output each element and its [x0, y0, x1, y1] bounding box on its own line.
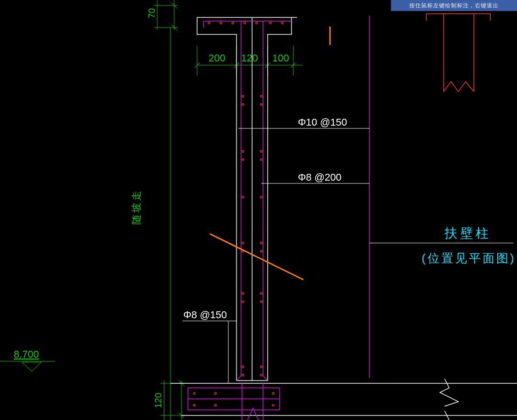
svg-point-57	[242, 301, 244, 303]
orange-marks	[210, 27, 330, 280]
svg-point-40	[281, 22, 283, 24]
svg-point-39	[270, 22, 271, 24]
rebar-phi8-200: Φ8 @200	[298, 171, 341, 183]
dim-bottom-120: 120	[153, 393, 163, 408]
svg-point-44	[260, 104, 262, 105]
svg-point-56	[260, 293, 262, 294]
svg-point-37	[244, 22, 246, 24]
svg-point-50	[260, 196, 262, 198]
svg-point-59	[242, 366, 244, 368]
callout-sub: (位置见平面图)	[422, 251, 516, 265]
svg-point-52	[260, 242, 262, 244]
cad-canvas[interactable]: 70 200 120 100 120 8.700 随坡走 Φ10 @150 Φ8…	[0, 0, 517, 420]
svg-point-66	[214, 404, 216, 406]
callout-title: 扶壁柱	[444, 226, 491, 240]
svg-point-68	[272, 404, 274, 406]
svg-point-43	[242, 104, 244, 105]
svg-point-45	[242, 150, 244, 152]
svg-point-67	[272, 392, 274, 394]
svg-point-48	[260, 159, 262, 160]
svg-point-47	[242, 159, 244, 160]
svg-point-49	[242, 196, 244, 198]
dim-200: 200	[209, 52, 226, 64]
rebar-phi10-150: Φ10 @150	[298, 116, 347, 128]
svg-point-58	[260, 301, 262, 303]
svg-point-38	[256, 22, 258, 24]
svg-point-65	[193, 404, 195, 406]
svg-point-46	[260, 150, 262, 152]
svg-point-35	[220, 22, 222, 24]
vertical-note: 随坡走	[131, 189, 142, 225]
svg-point-63	[193, 392, 195, 394]
svg-point-54	[260, 250, 262, 252]
dim-70: 70	[147, 8, 157, 18]
svg-point-61	[242, 374, 244, 376]
main-outline	[170, 17, 517, 420]
rebar-phi8-150: Φ8 @150	[183, 309, 227, 321]
svg-point-62	[260, 374, 262, 376]
svg-point-41	[242, 95, 244, 97]
dim-100: 100	[272, 52, 289, 64]
svg-point-34	[208, 22, 210, 24]
red-symbol	[426, 14, 490, 92]
svg-point-55	[242, 293, 244, 294]
svg-point-36	[232, 22, 234, 24]
svg-point-51	[242, 242, 244, 244]
svg-point-60	[260, 366, 262, 368]
dim-120: 120	[241, 52, 258, 64]
status-bar: 按住鼠标左键绘制标注，右键退出	[391, 0, 517, 11]
rebar-dots	[193, 22, 283, 406]
rebar-magenta	[188, 16, 369, 420]
elevation-label: 8.700	[14, 348, 39, 360]
svg-point-42	[260, 95, 262, 97]
svg-point-64	[214, 392, 216, 394]
